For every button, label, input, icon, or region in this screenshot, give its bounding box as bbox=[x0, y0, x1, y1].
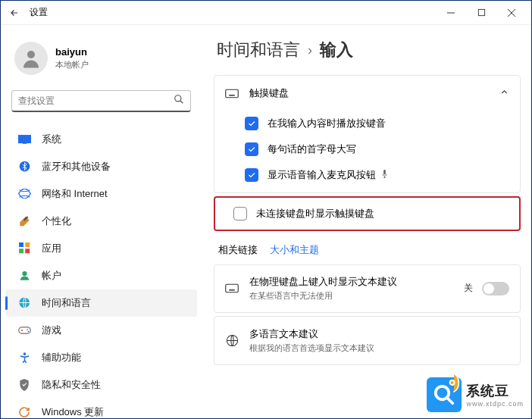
close-icon bbox=[507, 8, 516, 17]
nav-personalization[interactable]: 个性化 bbox=[1, 208, 202, 235]
nav-apps[interactable]: 应用 bbox=[1, 235, 202, 262]
nav-label: 时间和语言 bbox=[42, 296, 91, 310]
checkbox-checked[interactable] bbox=[245, 142, 258, 156]
svg-line-6 bbox=[180, 101, 183, 104]
svg-point-18 bbox=[20, 330, 22, 331]
checkbox-unchecked[interactable] bbox=[233, 207, 247, 220]
svg-point-4 bbox=[27, 51, 35, 58]
search-box[interactable] bbox=[11, 90, 191, 112]
option-show-on-no-keyboard[interactable]: 未连接键盘时显示触摸键盘 bbox=[215, 198, 519, 230]
account-icon bbox=[17, 269, 31, 283]
update-icon bbox=[17, 405, 31, 418]
breadcrumb-current: 输入 bbox=[320, 39, 353, 61]
svg-point-15 bbox=[22, 271, 27, 276]
nav-label: 个性化 bbox=[42, 214, 71, 228]
svg-rect-22 bbox=[226, 89, 239, 98]
watermark-brand: 系统豆 bbox=[466, 382, 524, 400]
svg-rect-14 bbox=[25, 249, 30, 254]
svg-rect-7 bbox=[18, 135, 31, 143]
title-bar: 设置 bbox=[1, 1, 531, 25]
nav-system[interactable]: 系统 bbox=[1, 126, 202, 153]
nav-label: 游戏 bbox=[42, 324, 61, 337]
maximize-button[interactable] bbox=[466, 4, 496, 22]
window-title: 设置 bbox=[30, 6, 48, 19]
nav-label: 网络和 Internet bbox=[42, 187, 108, 201]
gaming-icon bbox=[17, 324, 31, 337]
option-play-sound[interactable]: 在我输入内容时播放按键音 bbox=[214, 111, 520, 136]
checkbox-checked[interactable] bbox=[245, 117, 258, 130]
card-text-suggestion[interactable]: 在物理键盘上键入时显示文本建议 在某些语言中无法使用 关 bbox=[214, 264, 521, 313]
search-input[interactable] bbox=[18, 95, 174, 106]
avatar bbox=[14, 42, 48, 75]
user-subtitle: 本地帐户 bbox=[55, 59, 89, 70]
accessibility-icon bbox=[17, 351, 31, 364]
system-icon bbox=[17, 133, 31, 146]
nav-list: 系统 蓝牙和其他设备 网络和 Internet 个性化 应用 帐户 bbox=[1, 121, 202, 418]
close-button[interactable] bbox=[496, 4, 527, 22]
nav-privacy[interactable]: 隐私和安全性 bbox=[1, 371, 202, 399]
svg-point-34 bbox=[450, 380, 455, 385]
breadcrumb: 时间和语言 › 输入 bbox=[214, 36, 521, 75]
related-link-size-theme[interactable]: 大小和主题 bbox=[270, 243, 319, 257]
option-label: 每句话的首字母大写 bbox=[268, 142, 356, 156]
card-title: 触摸键盘 bbox=[249, 86, 499, 100]
card-show-touch-keyboard: 未连接键盘时显示触摸键盘 bbox=[214, 196, 521, 231]
watermark-logo bbox=[427, 377, 462, 412]
svg-rect-12 bbox=[25, 242, 30, 247]
svg-point-19 bbox=[27, 329, 28, 330]
nav-time-language[interactable]: 时间和语言 bbox=[5, 289, 197, 317]
keyboard-icon bbox=[225, 86, 239, 100]
microphone-icon bbox=[380, 169, 389, 181]
nav-bluetooth[interactable]: 蓝牙和其他设备 bbox=[1, 153, 202, 180]
nav-label: 蓝牙和其他设备 bbox=[42, 160, 111, 174]
svg-rect-29 bbox=[226, 285, 239, 293]
maximize-icon bbox=[477, 8, 486, 17]
bluetooth-icon bbox=[17, 160, 31, 174]
search-icon bbox=[174, 94, 184, 107]
user-name: baiyun bbox=[55, 46, 89, 58]
option-label: 未连接键盘时显示触摸键盘 bbox=[256, 207, 374, 220]
nav-windows-update[interactable]: Windows 更新 bbox=[1, 399, 202, 418]
nav-label: 应用 bbox=[42, 242, 61, 255]
card-subtitle: 根据我的语言首选项显示文本建议 bbox=[249, 342, 509, 354]
card-header-touch-keyboard[interactable]: 触摸键盘 bbox=[214, 76, 520, 111]
breadcrumb-sep: › bbox=[308, 42, 312, 58]
toggle-switch[interactable] bbox=[482, 282, 509, 295]
nav-accounts[interactable]: 帐户 bbox=[1, 262, 202, 289]
svg-point-21 bbox=[23, 352, 26, 355]
nav-accessibility[interactable]: 辅助功能 bbox=[1, 344, 202, 371]
svg-rect-11 bbox=[19, 242, 23, 247]
nav-gaming[interactable]: 游戏 bbox=[1, 317, 202, 344]
card-touch-keyboard: 触摸键盘 在我输入内容时播放按键音 每句话的首字母大写 显示语音输入麦克风按钮 bbox=[214, 75, 521, 193]
nav-label: 系统 bbox=[42, 133, 61, 146]
svg-rect-28 bbox=[383, 170, 386, 174]
main-container: baiyun 本地帐户 系统 蓝牙和其他设备 网络和 Internet bbox=[1, 25, 531, 418]
option-label: 在我输入内容时播放按键音 bbox=[268, 117, 386, 130]
checkbox-checked[interactable] bbox=[245, 168, 258, 182]
nav-network[interactable]: 网络和 Internet bbox=[1, 180, 202, 208]
card-multilang-suggestion[interactable]: 多语言文本建议 根据我的语言首选项显示文本建议 bbox=[214, 316, 521, 365]
breadcrumb-parent[interactable]: 时间和语言 bbox=[217, 39, 300, 61]
minimize-button[interactable] bbox=[436, 4, 466, 22]
user-profile[interactable]: baiyun 本地帐户 bbox=[1, 31, 202, 90]
privacy-icon bbox=[17, 378, 31, 392]
svg-point-20 bbox=[27, 330, 29, 332]
nav-label: Windows 更新 bbox=[42, 405, 104, 418]
minimize-icon bbox=[446, 8, 455, 17]
card-title: 多语言文本建议 bbox=[249, 327, 509, 341]
sidebar: baiyun 本地帐户 系统 蓝牙和其他设备 网络和 Internet bbox=[1, 25, 202, 418]
time-lang-icon bbox=[17, 296, 31, 310]
chevron-up-icon bbox=[499, 87, 509, 99]
watermark-decoration bbox=[445, 371, 468, 394]
brush-icon bbox=[17, 214, 31, 228]
watermark: 系统豆 www.xtdpc.com bbox=[424, 376, 527, 414]
back-button[interactable] bbox=[5, 4, 23, 22]
network-icon bbox=[17, 187, 31, 201]
svg-rect-17 bbox=[18, 327, 30, 334]
option-label: 显示语音输入麦克风按钮 bbox=[268, 168, 376, 182]
option-capitalize[interactable]: 每句话的首字母大写 bbox=[214, 136, 520, 162]
card-subtitle: 在某些语言中无法使用 bbox=[249, 290, 464, 302]
card-title: 在物理键盘上键入时显示文本建议 bbox=[249, 276, 464, 289]
option-voice-mic[interactable]: 显示语音输入麦克风按钮 bbox=[214, 162, 520, 192]
toggle-off-label: 关 bbox=[464, 282, 473, 295]
